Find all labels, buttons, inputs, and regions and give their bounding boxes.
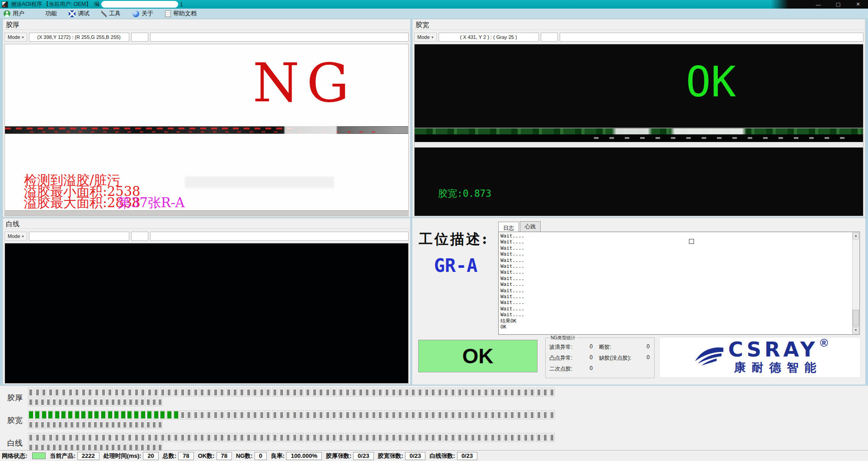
indicator-cell xyxy=(61,410,66,419)
indicator-cell xyxy=(173,410,179,419)
indicator-cell xyxy=(57,420,62,429)
indicator-cell xyxy=(41,388,47,397)
status-item-label: OK数: xyxy=(198,452,215,460)
indicator-cell xyxy=(549,388,555,397)
pixel-coordinate-field[interactable] xyxy=(29,232,129,241)
glue-thickness-image[interactable]: NG 检测到溢胶/脏污 溢胶最小面积:2538 溢胶最大面积:2838 第37张… xyxy=(5,44,409,216)
indicator-row xyxy=(28,388,555,397)
pixel-coordinate-field[interactable]: ( X 431, Y 2 ) : ( Gray 25 ) xyxy=(439,33,539,42)
indicator-cell xyxy=(34,420,39,429)
indicator-cell xyxy=(94,433,99,442)
indicator-cell xyxy=(127,388,132,397)
status-item: NG数:0 xyxy=(236,452,267,460)
status-item-value: 0/23 xyxy=(405,452,425,460)
indicator-cell xyxy=(206,388,212,397)
about-icon xyxy=(132,10,139,17)
indicator-cell xyxy=(28,388,33,397)
glue-width-image[interactable]: OK 胶宽:0.873 xyxy=(414,44,863,216)
aux-field-small[interactable] xyxy=(541,33,558,42)
mode-dropdown[interactable]: Mode ▾ xyxy=(5,33,27,42)
pixel-coordinate-field[interactable]: (X 398,Y 1272) : (R 255,G 255,B 255) xyxy=(29,33,129,42)
indicator-cell xyxy=(219,388,225,397)
indicator-cell xyxy=(140,388,146,397)
indicator-cell xyxy=(345,388,350,397)
indicator-cell xyxy=(377,388,383,397)
indicator-cell xyxy=(457,388,462,397)
menu-bar: 用户功能调试工具关于帮助文档 xyxy=(0,9,868,19)
tab-heartbeat[interactable]: 心跳 xyxy=(520,221,541,232)
indicator-cell xyxy=(63,420,68,429)
ng-stats-groupbox: NG类型统计 波浪异常:0凸点异常:0二次点胶:0 断胶:0缺胶(没点胶):0 xyxy=(545,337,655,378)
indicator-panel: 胶厚胶宽白线 xyxy=(0,385,868,450)
indicator-cell xyxy=(206,433,212,442)
menu-item-about[interactable]: 关于 xyxy=(132,10,153,18)
mode-dropdown[interactable]: Mode ▾ xyxy=(414,33,437,42)
indicator-cell xyxy=(490,410,495,419)
menu-item-tools[interactable]: 工具 xyxy=(101,10,121,18)
minimize-button[interactable]: — xyxy=(808,0,828,9)
log-line: Wait.... xyxy=(500,276,851,281)
indicator-cell xyxy=(186,410,192,419)
aux-field-small[interactable] xyxy=(131,33,148,42)
window-title-tail: 1 xyxy=(180,1,183,8)
indicator-cell xyxy=(120,388,126,397)
tab-log[interactable]: 日志 xyxy=(498,222,519,232)
maximize-button[interactable]: ▢ xyxy=(828,0,848,9)
frame-number-label: 第37张R-A xyxy=(118,197,184,209)
mode-dropdown[interactable]: Mode ▾ xyxy=(5,232,27,241)
indicator-cell xyxy=(28,420,33,429)
aux-field-wide[interactable] xyxy=(560,33,863,42)
indicator-cell xyxy=(443,388,449,397)
indicator-cell xyxy=(54,388,60,397)
scroll-up-button[interactable]: ▲ xyxy=(853,233,859,239)
indicator-cell xyxy=(213,433,218,442)
log-line: OK xyxy=(500,324,851,330)
indicator-cell xyxy=(410,410,416,419)
indicator-cell xyxy=(180,433,185,442)
status-item-label: 良率: xyxy=(271,452,284,460)
indicator-cell xyxy=(364,388,370,397)
aux-field-wide[interactable] xyxy=(150,33,409,42)
indicator-row xyxy=(28,433,555,442)
scroll-down-button[interactable]: ▼ xyxy=(853,327,859,334)
indicator-cell xyxy=(87,420,92,429)
panel-title-white-line: 白线 xyxy=(3,219,410,228)
indicator-cell xyxy=(549,433,555,442)
scrollbar[interactable]: ▲ ▼ xyxy=(852,233,859,334)
indicator-cell xyxy=(503,410,509,419)
status-item-value: 78 xyxy=(217,452,232,460)
indicator-cell xyxy=(87,410,93,419)
indicator-cell xyxy=(128,420,133,429)
indicator-cell xyxy=(358,410,363,419)
indicator-cell xyxy=(69,398,74,406)
indicator-cell xyxy=(134,420,139,429)
close-button[interactable]: ✕ xyxy=(848,0,868,9)
chevron-down-icon: ▾ xyxy=(22,234,24,238)
whiteout-smudge xyxy=(284,126,337,135)
indicator-cell xyxy=(232,433,238,442)
result-status-button[interactable]: OK xyxy=(418,340,538,372)
indicator-cell xyxy=(265,410,271,419)
image-footer-strip xyxy=(5,210,408,216)
indicator-cell xyxy=(213,388,218,397)
menu-item-debug[interactable]: 调试 xyxy=(69,10,90,18)
indicator-cell xyxy=(285,433,291,442)
indicator-cell xyxy=(483,410,489,419)
white-line-image[interactable] xyxy=(5,243,409,384)
log-list[interactable]: Wait....Wait....Wait....Wait....Wait....… xyxy=(498,232,860,335)
indicator-cell xyxy=(99,420,104,429)
aux-field-wide[interactable] xyxy=(150,232,409,241)
indicator-cell xyxy=(437,388,443,397)
menu-item-func[interactable]: 功能 xyxy=(36,10,57,18)
indicator-cell xyxy=(272,410,278,419)
aux-field-small[interactable] xyxy=(131,232,148,241)
indicator-cell xyxy=(490,433,495,442)
scrollbar-thumb[interactable] xyxy=(853,310,859,326)
menu-item-help[interactable]: 帮助文档 xyxy=(165,10,197,18)
indicator-cell xyxy=(483,433,489,442)
app-icon xyxy=(2,1,8,8)
white-band xyxy=(415,142,863,147)
log-checkbox[interactable] xyxy=(689,239,694,244)
indicator-cell xyxy=(110,420,115,429)
menu-item-user[interactable]: 用户 xyxy=(4,10,24,18)
